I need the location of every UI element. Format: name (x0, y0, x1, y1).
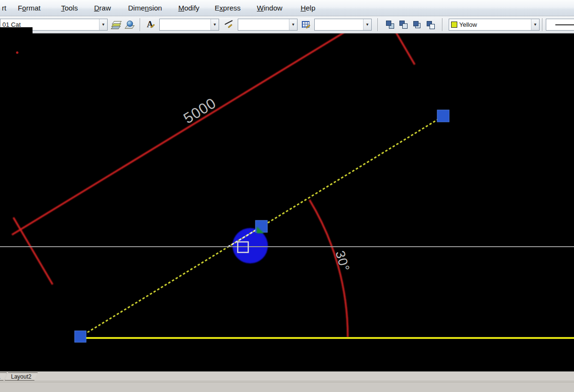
menu-item-modify[interactable]: Modify (174, 2, 204, 13)
status-strip (0, 381, 574, 392)
dim-style-icon (224, 20, 234, 30)
layer-states-icon (125, 21, 134, 29)
text-style-icon: A (146, 20, 156, 30)
chevron-down-icon[interactable]: ▼ (210, 19, 219, 30)
toolbar-separator (542, 18, 543, 31)
linetype-combo[interactable] (546, 19, 574, 31)
color-combo[interactable]: Yellow ▼ (449, 19, 540, 31)
send-to-back-icon (399, 21, 408, 29)
dimension-extension-line-right[interactable] (396, 33, 415, 65)
table-style-button[interactable] (300, 18, 313, 31)
toolbar-separator (140, 18, 141, 31)
bring-above-objects-icon (412, 21, 422, 29)
table-style-combo[interactable]: ▼ (314, 19, 372, 31)
menu-item-window[interactable]: Window (253, 2, 287, 13)
angle-text-30deg[interactable]: 30° (333, 249, 353, 273)
menu-item-insert[interactable]: rt (1, 2, 11, 13)
chevron-down-icon[interactable]: ▼ (363, 19, 371, 30)
menu-bar: rt Format Tools Draw Dimension Modify Ex… (0, 0, 574, 16)
grip-endpoint-left[interactable] (75, 331, 86, 342)
send-to-back-button[interactable] (397, 18, 410, 31)
styles-toolbar: 01 Cat ▼ A ▼ ▼ (0, 16, 574, 33)
layers-stack-icon (111, 21, 121, 29)
toolbar-separator (442, 18, 443, 31)
send-under-objects-icon (426, 21, 435, 29)
menu-item-express[interactable]: Express (210, 2, 245, 13)
dim-style-button[interactable] (223, 18, 235, 31)
text-style-combo[interactable]: ▼ (159, 19, 219, 31)
toolbar-separator (377, 18, 378, 31)
send-under-objects-button[interactable] (424, 18, 437, 31)
bring-above-objects-button[interactable] (411, 18, 423, 31)
layout-tab-strip: t1 Layout2 (0, 371, 574, 381)
color-combo-value: Yellow (457, 21, 531, 28)
text-style-button[interactable]: A (145, 18, 157, 31)
menu-item-format[interactable]: Format (13, 2, 45, 13)
dimension-text-5000[interactable]: 5000 (180, 95, 219, 127)
chevron-down-icon[interactable]: ▼ (289, 19, 297, 30)
grip-endpoint-right[interactable] (437, 110, 449, 122)
bring-to-front-button[interactable] (384, 18, 397, 31)
layer-properties-button[interactable] (110, 18, 122, 31)
stray-red-dot (16, 52, 19, 54)
menu-item-draw[interactable]: Draw (90, 2, 115, 13)
menu-item-help[interactable]: Help (296, 2, 320, 13)
table-style-icon (301, 20, 312, 30)
chevron-down-icon[interactable]: ▼ (531, 19, 539, 30)
bring-to-front-icon (386, 21, 395, 29)
layer-states-button[interactable] (123, 18, 136, 31)
color-swatch (451, 22, 457, 28)
chevron-down-icon[interactable]: ▼ (99, 19, 107, 30)
drawing-canvas[interactable]: 5000 30° (0, 33, 574, 371)
dimension-extension-line-left[interactable] (13, 218, 53, 284)
tab-layout2[interactable]: Layout2 (5, 372, 38, 381)
dim-style-combo[interactable]: ▼ (238, 19, 298, 31)
canvas-notch (0, 27, 33, 33)
menu-item-dimension[interactable]: Dimension (124, 2, 166, 13)
menu-item-tools[interactable]: Tools (57, 2, 82, 13)
continuous-linetype-icon (555, 24, 574, 25)
